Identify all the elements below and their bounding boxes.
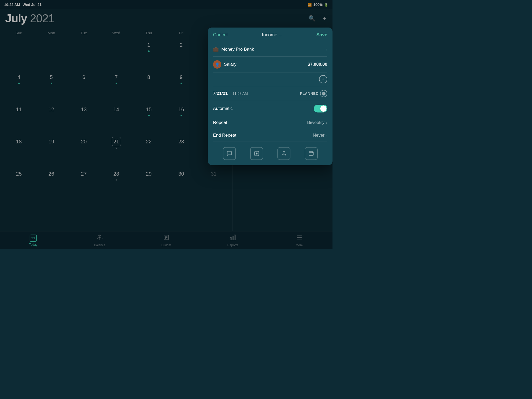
modal-title: Income ⌄: [262, 32, 282, 38]
end-repeat-chevron-icon: ›: [326, 133, 327, 137]
time-value: 11:58 AM: [232, 91, 248, 96]
account-chevron-icon: ›: [326, 47, 327, 51]
account-row[interactable]: 💼 Money Pro Bank ›: [213, 42, 327, 57]
planned-text: PLANNED: [300, 91, 318, 96]
payee-button[interactable]: [277, 147, 290, 160]
attachment-button[interactable]: [305, 147, 318, 160]
repeat-row[interactable]: Repeat Biweekly ›: [213, 116, 327, 129]
date-value: 7/21/21: [213, 91, 228, 96]
end-repeat-label: End Repeat: [213, 133, 236, 138]
clock-icon: 🕐: [320, 90, 327, 97]
svg-rect-4: [309, 152, 313, 156]
date-row[interactable]: 7/21/21 11:58 AM PLANNED 🕐: [213, 86, 327, 101]
repeat-value: Biweekly: [307, 120, 324, 125]
modal-header: Cancel Income ⌄ Save: [208, 28, 332, 42]
salary-avatar: 👤: [213, 60, 221, 69]
modal-icons-row: [213, 142, 327, 165]
salary-label: Salary: [224, 62, 236, 67]
repeat-label: Repeat: [213, 120, 227, 125]
toggle-knob: [320, 105, 327, 112]
modal-title-text: Income: [262, 32, 277, 38]
salary-row[interactable]: 👤 Salary $7,000.00: [213, 57, 327, 72]
account-row-left: 💼 Money Pro Bank: [213, 46, 254, 52]
modal-overlay[interactable]: Cancel Income ⌄ Save 💼 Money Pro Bank › …: [0, 0, 332, 249]
salary-left: 👤 Salary: [213, 60, 236, 69]
tags-button[interactable]: [250, 147, 263, 160]
account-icon: 💼: [213, 46, 219, 52]
transaction-modal: Cancel Income ⌄ Save 💼 Money Pro Bank › …: [208, 28, 332, 165]
add-income-button[interactable]: +: [319, 75, 327, 83]
income-chevron-icon[interactable]: ⌄: [279, 33, 282, 37]
save-button[interactable]: Save: [316, 32, 327, 38]
end-repeat-row[interactable]: End Repeat Never ›: [213, 129, 327, 142]
account-label: Money Pro Bank: [221, 47, 254, 52]
cancel-button[interactable]: Cancel: [213, 32, 228, 38]
add-btn-row: +: [213, 72, 327, 86]
end-repeat-value: Never: [313, 133, 324, 138]
repeat-chevron-icon: ›: [326, 121, 327, 125]
automatic-toggle[interactable]: [314, 105, 327, 112]
automatic-row: Automatic: [213, 101, 327, 116]
planned-badge: PLANNED 🕐: [300, 90, 327, 97]
comment-button[interactable]: [223, 147, 236, 160]
svg-point-3: [283, 151, 285, 153]
date-left: 7/21/21 11:58 AM: [213, 91, 248, 96]
salary-amount: $7,000.00: [308, 62, 327, 67]
automatic-label: Automatic: [213, 106, 233, 111]
modal-body: 💼 Money Pro Bank › 👤 Salary $7,000.00 +: [208, 42, 332, 165]
